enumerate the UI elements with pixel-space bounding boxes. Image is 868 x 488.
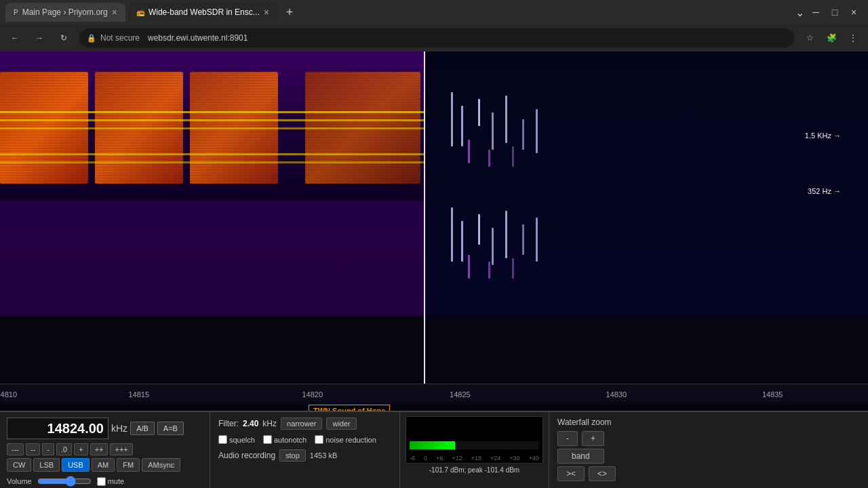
freq-tick-14815: 14815 <box>129 390 150 399</box>
forward-button[interactable]: → <box>30 28 49 47</box>
noise-reduction-checkbox[interactable] <box>315 435 323 444</box>
mode-fm[interactable]: FM <box>117 458 140 472</box>
waterfall-area[interactable]: 1.5 KHz → 352 Hz → TWN Sound of Hope Emb… <box>0 52 868 411</box>
squelch-option: squelch <box>218 435 255 444</box>
tab-bar: P Main Page › Priyom.org × 📻 Wide-band W… <box>0 0 868 24</box>
tab-favicon-2: 📻 <box>136 9 144 16</box>
tab-favicon-1: P <box>14 9 18 16</box>
freq-tick-14820: 14820 <box>302 390 323 399</box>
filter-panel: Filter: 2.40 kHz narrower wider squelch … <box>210 412 400 488</box>
address-bar[interactable]: 🔒 Not secure websdr.ewi.utwente.nl:8901 <box>79 28 795 47</box>
freq-unit-label: kHz <box>111 423 127 434</box>
frequency-input[interactable] <box>7 418 108 439</box>
tab-close-1[interactable]: × <box>112 7 117 18</box>
recording-label: Audio recording <box>218 451 275 460</box>
browser-menu-icon[interactable]: ⋮ <box>844 28 863 47</box>
volume-label: Volume <box>7 477 32 485</box>
close-window-button[interactable]: × <box>845 3 863 21</box>
tab-active-2[interactable]: 📻 Wide-band WebSDR in Ensc... × <box>128 3 277 22</box>
svg-rect-0 <box>0 404 868 411</box>
noise-reduction-option: noise reduction <box>315 435 376 444</box>
freq-annotation-352hz: 352 Hz → <box>808 187 841 195</box>
meter-tick-8: +40 <box>529 455 539 462</box>
signal-meter-panel: -6 0 +6 +12 +18 +24 +30 +40 -101.7 dBm; … <box>400 412 549 488</box>
new-tab-button[interactable]: + <box>280 3 299 22</box>
meter-green-bar <box>410 441 455 449</box>
frequency-panel: kHz A/B A=B --- -- - .0 + ++ +++ CW LSB … <box>0 412 210 488</box>
mini-spectrum <box>0 404 868 411</box>
right-waterfall <box>424 52 868 316</box>
step-btn-doubleminus[interactable]: -- <box>26 443 40 455</box>
mode-amsync[interactable]: AMsync <box>142 458 180 472</box>
meter-tick-4: +12 <box>452 455 462 462</box>
freq-tick-14825: 14825 <box>450 390 471 399</box>
tab-title-1: Main Page › Priyom.org <box>22 7 108 17</box>
extensions-icon[interactable]: 🧩 <box>822 28 841 47</box>
autonotch-option: autonotch <box>263 435 307 444</box>
aeqb-button[interactable]: A=B <box>157 422 184 435</box>
step-btn-minus[interactable]: - <box>42 443 54 455</box>
meter-scale: -6 0 +6 +12 +18 +24 +30 +40 <box>410 455 539 462</box>
mode-lsb[interactable]: LSB <box>33 458 60 472</box>
filter-unit: kHz <box>262 419 277 428</box>
step-btn-doubleplus[interactable]: ++ <box>90 443 108 455</box>
maximize-button[interactable]: □ <box>826 3 844 21</box>
tab-overflow-button[interactable]: ⌄ <box>795 6 804 19</box>
tab-inactive-1[interactable]: P Main Page › Priyom.org × <box>5 3 125 22</box>
lock-icon: 🔒 <box>87 34 96 43</box>
meter-tick-6: +24 <box>490 455 500 462</box>
step-btn-tripleplus[interactable]: +++ <box>110 443 132 455</box>
left-waterfall <box>0 52 424 316</box>
waterfall-zoom-panel: Waterfall zoom - + band >< <> <box>549 412 868 488</box>
autonotch-checkbox[interactable] <box>263 435 272 444</box>
minimize-button[interactable]: ─ <box>807 3 825 21</box>
zoom-band-button[interactable]: band <box>557 449 604 464</box>
wf-zoom-title: Waterfall zoom <box>557 418 860 427</box>
step-btn-plus[interactable]: + <box>74 443 87 455</box>
back-button[interactable]: ← <box>5 28 24 47</box>
mode-cw[interactable]: CW <box>7 458 31 472</box>
meter-tick-5: +18 <box>471 455 481 462</box>
zoom-minus-button[interactable]: - <box>557 431 578 446</box>
squelch-checkbox[interactable] <box>218 435 227 444</box>
meter-display: -6 0 +6 +12 +18 +24 +30 +40 <box>406 416 543 464</box>
freq-annotation-1khz: 1.5 KHz → <box>805 131 841 140</box>
meter-tick-7: +30 <box>509 455 519 462</box>
ab-button[interactable]: A/B <box>130 422 155 435</box>
mode-am[interactable]: AM <box>92 458 115 472</box>
freq-tick-14830: 14830 <box>606 390 627 399</box>
wider-button[interactable]: wider <box>326 418 356 430</box>
zoom-plus-button[interactable]: + <box>582 431 604 446</box>
twn-label: TWN Sound of Hope <box>309 405 390 411</box>
mode-usb[interactable]: USB <box>62 458 90 472</box>
meter-bar-area <box>410 441 539 449</box>
step-btn-tripleminus[interactable]: --- <box>7 443 24 455</box>
stop-button[interactable]: stop <box>279 449 306 462</box>
freq-ruler: 4810 14815 14820 14825 14830 14835 <box>0 384 868 404</box>
meter-text: -101.7 dBm; peak -101.4 dBm <box>406 466 543 474</box>
zoom-left-button[interactable]: >< <box>557 466 585 481</box>
narrower-button[interactable]: narrower <box>281 418 322 430</box>
not-secure-label: Not secure <box>100 33 140 43</box>
tab-close-2[interactable]: × <box>264 7 269 18</box>
step-btn-decimal[interactable]: .0 <box>56 443 72 455</box>
mute-checkbox[interactable] <box>97 477 106 486</box>
nav-bar: ← → ↻ 🔒 Not secure websdr.ewi.utwente.nl… <box>0 24 868 52</box>
recording-size: 1453 kB <box>310 451 337 460</box>
reload-button[interactable]: ↻ <box>54 28 73 47</box>
cursor-line <box>424 52 425 384</box>
meter-tick-3: +6 <box>436 455 443 462</box>
freq-tick-4810: 4810 <box>1 390 17 399</box>
filter-label: Filter: <box>218 419 239 428</box>
bookmark-icon[interactable]: ☆ <box>800 28 819 47</box>
freq-tick-14835: 14835 <box>762 390 783 399</box>
filter-value: 2.40 <box>243 419 258 428</box>
controls-area: kHz A/B A=B --- -- - .0 + ++ +++ CW LSB … <box>0 411 868 488</box>
zoom-right-button[interactable]: <> <box>589 466 616 481</box>
meter-tick-1: -6 <box>410 455 415 462</box>
mini-spectrum-svg <box>0 404 868 411</box>
mute-label: mute <box>97 477 124 486</box>
tab-title-2: Wide-band WebSDR in Ensc... <box>149 7 260 17</box>
spectrum-canvas: 1.5 KHz → 352 Hz → TWN Sound of Hope Emb… <box>0 52 868 384</box>
volume-slider[interactable] <box>37 476 92 487</box>
